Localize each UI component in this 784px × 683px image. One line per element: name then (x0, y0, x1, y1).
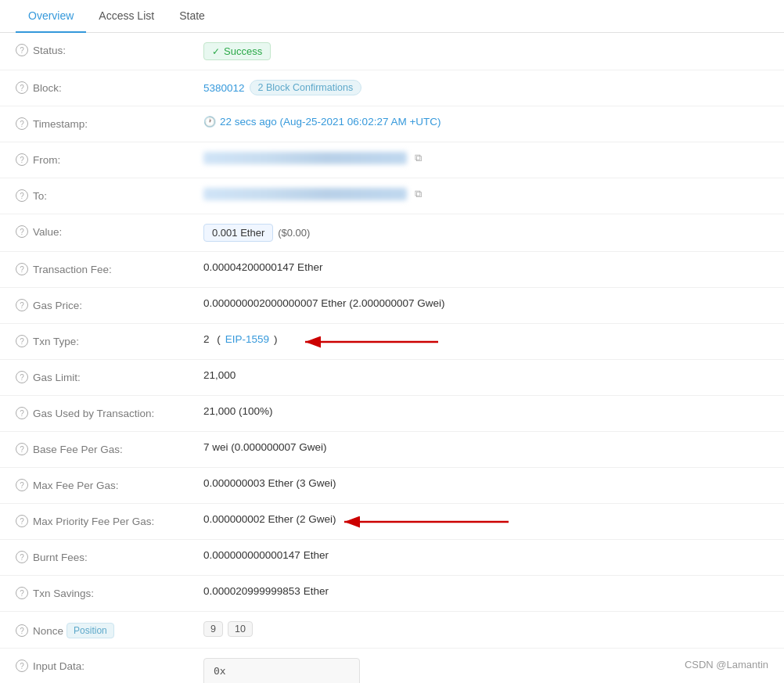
gas-limit-value: 21,000 (203, 369, 768, 381)
txn-type-help-icon[interactable]: ? (16, 335, 28, 347)
burnt-fees-row: ? Burnt Fees: 0.000000000000147 Ether (0, 540, 784, 576)
max-fee-help-icon[interactable]: ? (16, 479, 28, 491)
burnt-fees-label: ? Burnt Fees: (16, 549, 203, 563)
gas-price-help-icon[interactable]: ? (16, 299, 28, 311)
timestamp-link[interactable]: 22 secs ago (Aug-25-2021 06:02:27 AM +UT… (220, 116, 441, 128)
max-fee-value: 0.000000003 Ether (3 Gwei) (203, 477, 768, 489)
page-wrapper: Overview Access List State ? Status: Suc… (0, 0, 784, 683)
txn-fee-row: ? Transaction Fee: 0.00004200000147 Ethe… (0, 252, 784, 288)
block-label: ? Block: (16, 80, 203, 94)
max-fee-label: ? Max Fee Per Gas: (16, 477, 203, 491)
txn-savings-label: ? Txn Savings: (16, 585, 203, 599)
txn-type-label: ? Txn Type: (16, 333, 203, 347)
input-data-box: 0x (203, 658, 360, 683)
gas-limit-help-icon[interactable]: ? (16, 371, 28, 383)
value-row: ? Value: 0.001 Ether ($0.00) (0, 214, 784, 252)
input-data-help-icon[interactable]: ? (16, 660, 28, 672)
max-priority-label: ? Max Priority Fee Per Gas: (16, 513, 203, 527)
from-row: ? From: ⧉ (0, 142, 784, 178)
value-label: ? Value: (16, 224, 203, 238)
block-row: ? Block: 5380012 2 Block Confirmations (0, 70, 784, 106)
gas-used-help-icon[interactable]: ? (16, 407, 28, 419)
burnt-fees-value: 0.000000000000147 Ether (203, 549, 768, 561)
status-badge: Success (203, 42, 271, 60)
to-copy-icon[interactable]: ⧉ (415, 188, 422, 200)
block-number-link[interactable]: 5380012 (203, 82, 245, 94)
gas-limit-label: ? Gas Limit: (16, 369, 203, 383)
clock-icon: 🕐 (203, 116, 216, 128)
base-fee-row: ? Base Fee Per Gas: 7 wei (0.000000007 G… (0, 432, 784, 468)
txn-type-value: 2 ( EIP-1559 ) (203, 333, 768, 345)
to-address (203, 188, 407, 200)
to-row: ? To: ⧉ (0, 178, 784, 214)
input-data-label: ? Input Data: (16, 658, 203, 672)
input-data-row: ? Input Data: 0x (0, 649, 784, 683)
confirmations-badge: 2 Block Confirmations (250, 80, 362, 95)
max-priority-value: 0.000000002 Ether (2 Gwei) (203, 513, 768, 525)
red-arrow-txn-type (297, 326, 438, 358)
to-value: ⧉ (203, 188, 768, 200)
nonce-value: 9 10 (203, 621, 768, 637)
block-help-icon[interactable]: ? (16, 81, 28, 94)
block-value: 5380012 2 Block Confirmations (203, 80, 768, 95)
status-help-icon[interactable]: ? (16, 44, 28, 56)
txn-fee-help-icon[interactable]: ? (16, 263, 28, 275)
gas-used-value: 21,000 (100%) (203, 405, 768, 417)
nonce-help-icon[interactable]: ? (16, 624, 28, 637)
status-value: Success (203, 42, 768, 60)
tab-overview[interactable]: Overview (16, 0, 86, 33)
txn-savings-help-icon[interactable]: ? (16, 587, 28, 599)
gas-price-value: 0.000000002000000007 Ether (2.000000007 … (203, 297, 768, 309)
max-fee-row: ? Max Fee Per Gas: 0.000000003 Ether (3 … (0, 468, 784, 504)
watermark: CSDN @Lamantin (685, 659, 768, 670)
gas-price-label: ? Gas Price: (16, 297, 203, 311)
txn-savings-row: ? Txn Savings: 0.000020999999853 Ether (0, 576, 784, 612)
timestamp-label: ? Timestamp: (16, 116, 203, 130)
position-badge: 10 (228, 621, 253, 637)
max-priority-row: ? Max Priority Fee Per Gas: 0.000000002 … (0, 504, 784, 540)
txn-savings-value: 0.000020999999853 Ether (203, 585, 768, 597)
base-fee-label: ? Base Fee Per Gas: (16, 441, 203, 455)
usd-value: ($0.00) (278, 227, 310, 239)
gas-price-row: ? Gas Price: 0.000000002000000007 Ether … (0, 288, 784, 324)
from-copy-icon[interactable]: ⧉ (415, 152, 422, 164)
tabs-container: Overview Access List State (0, 0, 784, 33)
max-priority-help-icon[interactable]: ? (16, 515, 28, 527)
timestamp-row: ? Timestamp: 🕐 22 secs ago (Aug-25-2021 … (0, 106, 784, 142)
from-value: ⧉ (203, 152, 768, 164)
status-row: ? Status: Success (0, 33, 784, 70)
value-value: 0.001 Ether ($0.00) (203, 224, 768, 242)
from-label: ? From: (16, 152, 203, 166)
nonce-badge: 9 (203, 621, 223, 637)
gas-limit-row: ? Gas Limit: 21,000 (0, 360, 784, 396)
value-help-icon[interactable]: ? (16, 225, 28, 238)
input-data-value: 0x (203, 658, 768, 683)
txn-fee-label: ? Transaction Fee: (16, 261, 203, 275)
txn-fee-value: 0.00004200000147 Ether (203, 261, 768, 273)
tab-access-list[interactable]: Access List (86, 0, 167, 33)
status-label: ? Status: (16, 42, 203, 56)
eip-link[interactable]: EIP-1559 (225, 333, 269, 345)
nonce-row: ? Nonce Position 9 10 (0, 612, 784, 649)
txn-type-row: ? Txn Type: 2 ( EIP-1559 ) (0, 324, 784, 360)
timestamp-help-icon[interactable]: ? (16, 117, 28, 130)
burnt-fees-help-icon[interactable]: ? (16, 551, 28, 563)
gas-used-label: ? Gas Used by Transaction: (16, 405, 203, 419)
position-tag: Position (67, 623, 114, 638)
to-help-icon[interactable]: ? (16, 189, 28, 202)
tab-state[interactable]: State (167, 0, 218, 33)
nonce-label: ? Nonce Position (16, 621, 203, 638)
overview-content: ? Status: Success ? Block: 5380012 2 Blo… (0, 33, 784, 683)
to-label: ? To: (16, 188, 203, 202)
ether-badge: 0.001 Ether (203, 224, 273, 242)
from-address (203, 152, 407, 164)
base-fee-help-icon[interactable]: ? (16, 443, 28, 455)
base-fee-value: 7 wei (0.000000007 Gwei) (203, 441, 768, 453)
gas-used-row: ? Gas Used by Transaction: 21,000 (100%) (0, 396, 784, 432)
timestamp-value: 🕐 22 secs ago (Aug-25-2021 06:02:27 AM +… (203, 116, 768, 128)
red-arrow-max-priority (336, 506, 509, 537)
from-help-icon[interactable]: ? (16, 153, 28, 166)
